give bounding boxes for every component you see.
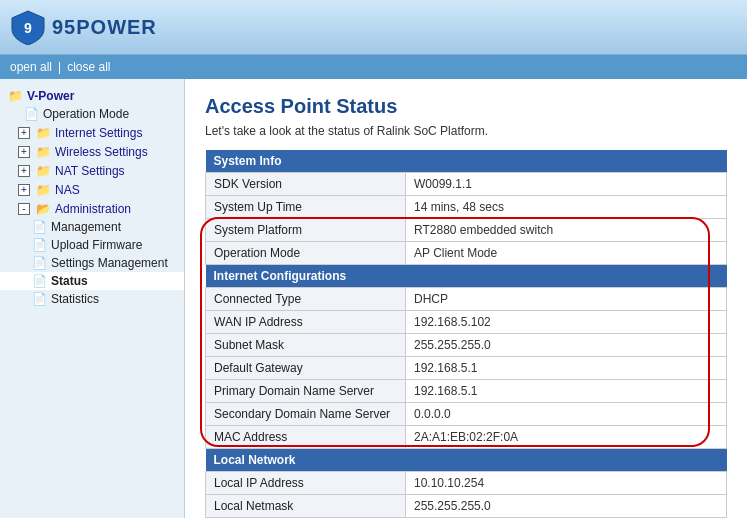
table-row: Primary Domain Name Server 192.168.5.1 [206, 380, 727, 403]
row-value: 14 mins, 48 secs [406, 196, 727, 219]
system-info-table: System Info SDK Version W0099.1.1 System… [205, 150, 727, 265]
expand-icon: + [18, 146, 30, 158]
sidebar-label: Administration [55, 202, 131, 216]
layout: 📁 V-Power 📄 Operation Mode + 📁 Internet … [0, 79, 747, 518]
section-header-row: Local Network [206, 449, 727, 472]
folder-icon: 📁 [36, 164, 51, 178]
page-title: Access Point Status [205, 95, 727, 118]
row-value: W0099.1.1 [406, 173, 727, 196]
table-row: Subnet Mask 255.255.255.0 [206, 334, 727, 357]
expand-icon: + [18, 184, 30, 196]
row-value: 2A:A1:EB:02:2F:0A [406, 426, 727, 449]
row-label: Local Netmask [206, 495, 406, 518]
table-row: MAC Address 2A:A1:EB:02:2F:0A [206, 426, 727, 449]
folder-icon: 📁 [36, 183, 51, 197]
expand-icon: + [18, 127, 30, 139]
logo-shield-icon: 9 [10, 9, 46, 45]
internet-config-table: Internet Configurations Connected Type D… [205, 265, 727, 449]
tables-container: System Info SDK Version W0099.1.1 System… [205, 150, 727, 518]
svg-text:9: 9 [24, 20, 32, 36]
page-icon: 📄 [32, 292, 47, 306]
sidebar-item-nas[interactable]: + 📁 NAS [0, 181, 184, 199]
sidebar-label: Status [51, 274, 88, 288]
sidebar-item-internet-settings[interactable]: + 📁 Internet Settings [0, 124, 184, 142]
main-content: Access Point Status Let's take a look at… [185, 79, 747, 518]
sidebar-group-administration: - 📂 Administration 📄 Management 📄 Upload… [0, 200, 184, 308]
sidebar-item-nat-settings[interactable]: + 📁 NAT Settings [0, 162, 184, 180]
row-value: 192.168.5.102 [406, 311, 727, 334]
sidebar-group-wireless: + 📁 Wireless Settings [0, 143, 184, 161]
row-label: Subnet Mask [206, 334, 406, 357]
table-row: Secondary Domain Name Server 0.0.0.0 [206, 403, 727, 426]
folder-icon: 📂 [36, 202, 51, 216]
page-icon: 📄 [32, 256, 47, 270]
system-info-header: System Info [206, 150, 727, 173]
sidebar-group-nas: + 📁 NAS [0, 181, 184, 199]
row-value: 255.255.255.0 [406, 334, 727, 357]
row-value: 0.0.0.0 [406, 403, 727, 426]
sidebar-label: Wireless Settings [55, 145, 148, 159]
row-label: Primary Domain Name Server [206, 380, 406, 403]
sidebar-label: Settings Management [51, 256, 168, 270]
sidebar-item-management[interactable]: 📄 Management [0, 218, 184, 236]
table-row: System Up Time 14 mins, 48 secs [206, 196, 727, 219]
open-all-link[interactable]: open all [10, 60, 52, 74]
table-row: Local Netmask 255.255.255.0 [206, 495, 727, 518]
folder-icon: 📁 [36, 145, 51, 159]
section-header-row: System Info [206, 150, 727, 173]
table-row: Local IP Address 10.10.10.254 [206, 472, 727, 495]
logo-area: 9 95POWER [10, 9, 157, 45]
sidebar-label: Management [51, 220, 121, 234]
sidebar-item-statistics[interactable]: 📄 Statistics [0, 290, 184, 308]
sidebar-label: Operation Mode [43, 107, 129, 121]
page-icon: 📄 [24, 107, 39, 121]
sidebar-root-label: V-Power [27, 89, 74, 103]
sidebar-root[interactable]: 📁 V-Power [0, 87, 184, 105]
row-value: DHCP [406, 288, 727, 311]
row-label: WAN IP Address [206, 311, 406, 334]
table-row: SDK Version W0099.1.1 [206, 173, 727, 196]
sidebar-item-upload-firmware[interactable]: 📄 Upload Firmware [0, 236, 184, 254]
table-row: Operation Mode AP Client Mode [206, 242, 727, 265]
sidebar-item-settings-management[interactable]: 📄 Settings Management [0, 254, 184, 272]
sidebar-item-administration[interactable]: - 📂 Administration [0, 200, 184, 218]
folder-icon: 📁 [36, 126, 51, 140]
sidebar-group-internet: + 📁 Internet Settings [0, 124, 184, 142]
expand-icon: - [18, 203, 30, 215]
close-all-link[interactable]: close all [67, 60, 110, 74]
row-label: System Up Time [206, 196, 406, 219]
nav-separator: | [58, 60, 61, 74]
sidebar-label: Upload Firmware [51, 238, 142, 252]
row-label: Default Gateway [206, 357, 406, 380]
sidebar-item-operation-mode[interactable]: 📄 Operation Mode [0, 105, 184, 123]
sidebar-item-status[interactable]: 📄 Status [0, 272, 184, 290]
table-row: System Platform RT2880 embedded switch [206, 219, 727, 242]
sidebar-label: Statistics [51, 292, 99, 306]
row-value: 10.10.10.254 [406, 472, 727, 495]
row-value: 255.255.255.0 [406, 495, 727, 518]
logo-text: 95POWER [52, 16, 157, 39]
row-value: AP Client Mode [406, 242, 727, 265]
local-network-table: Local Network Local IP Address 10.10.10.… [205, 449, 727, 518]
row-label: Connected Type [206, 288, 406, 311]
header: 9 95POWER [0, 0, 747, 55]
sidebar-item-wireless-settings[interactable]: + 📁 Wireless Settings [0, 143, 184, 161]
page-subtitle: Let's take a look at the status of Ralin… [205, 124, 727, 138]
row-label: Operation Mode [206, 242, 406, 265]
internet-config-header: Internet Configurations [206, 265, 727, 288]
sidebar-group-nat: + 📁 NAT Settings [0, 162, 184, 180]
expand-icon: + [18, 165, 30, 177]
row-value: 192.168.5.1 [406, 380, 727, 403]
page-icon: 📄 [32, 220, 47, 234]
row-label: Secondary Domain Name Server [206, 403, 406, 426]
sidebar-label: NAT Settings [55, 164, 125, 178]
local-network-header: Local Network [206, 449, 727, 472]
table-row: Connected Type DHCP [206, 288, 727, 311]
sidebar-label: Internet Settings [55, 126, 142, 140]
sidebar-label: NAS [55, 183, 80, 197]
page-icon: 📄 [32, 238, 47, 252]
row-label: Local IP Address [206, 472, 406, 495]
row-label: SDK Version [206, 173, 406, 196]
topnav: open all | close all [0, 55, 747, 79]
table-row: WAN IP Address 192.168.5.102 [206, 311, 727, 334]
